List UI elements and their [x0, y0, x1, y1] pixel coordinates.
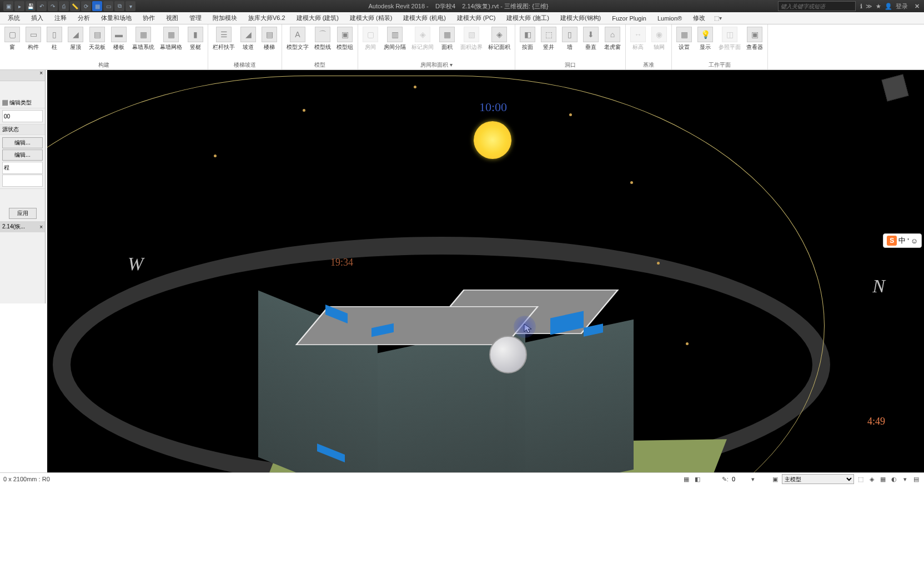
tab-view[interactable]: 视图: [160, 12, 184, 24]
info-icon[interactable]: ℹ: [860, 3, 862, 10]
sun-icon[interactable]: [474, 121, 511, 159]
sb-icon-3[interactable]: ▦: [878, 475, 887, 484]
qat-thin-lines-icon[interactable]: ▦: [92, 1, 102, 11]
qat-save-icon[interactable]: 💾: [26, 1, 36, 11]
tab-family[interactable]: 族库大师V6.2: [243, 12, 291, 24]
title-bar: ▣ ▸ 💾 ↶ ↷ ⎙ 📏 ⟳ ▦ ▭ ⧉ ▾ Autodesk Revit 2…: [0, 0, 924, 12]
apply-button[interactable]: 应用: [9, 208, 37, 219]
btn-set[interactable]: ▦设置: [674, 26, 694, 61]
btn-wall-open[interactable]: ▯墙: [560, 26, 580, 61]
btn-model-line[interactable]: ⌒模型线: [312, 26, 333, 61]
ime-punct[interactable]: ': [907, 237, 908, 245]
ime-emoji-icon[interactable]: ☺: [911, 237, 918, 245]
tab-steel-master[interactable]: 建模大师(钢构): [555, 12, 606, 24]
tab-modify[interactable]: 修改: [687, 12, 711, 24]
sb-icon-6[interactable]: ▤: [912, 475, 921, 484]
btn-room-sep[interactable]: ▥房间分隔: [381, 26, 408, 61]
btn-dormer[interactable]: ⌂老虎窗: [602, 26, 623, 61]
tab-massing[interactable]: 体量和场地: [96, 12, 137, 24]
qat-open-icon[interactable]: ▸: [14, 1, 24, 11]
qat-print-icon[interactable]: ⎙: [59, 1, 69, 11]
btn-level: ↔标高: [628, 26, 648, 61]
view-cube[interactable]: [884, 77, 917, 110]
comm-icon[interactable]: ≫: [866, 3, 872, 10]
tab-fuzor[interactable]: Fuzor Plugin: [606, 12, 652, 24]
tab-addins[interactable]: 附加模块: [207, 12, 243, 24]
prop-value-row[interactable]: 00: [2, 110, 43, 122]
btn-tag-area[interactable]: ◈标记面积: [486, 26, 513, 61]
ime-lang[interactable]: 中: [898, 236, 906, 246]
sb-icon-4[interactable]: ◐: [890, 475, 898, 484]
btn-window[interactable]: ▢窗: [2, 26, 22, 61]
tab-insert[interactable]: 插入: [26, 12, 49, 24]
panel-tab-close-icon[interactable]: ×: [39, 224, 43, 230]
btn-viewer[interactable]: ▣查看器: [744, 26, 765, 61]
panel-doc-tab[interactable]: 2.14(恢... ×: [0, 221, 45, 232]
btn-model-group[interactable]: ▣模型组: [334, 26, 355, 61]
building-model[interactable]: [250, 187, 639, 472]
3d-viewport[interactable]: 10:00 W N 19:34 4:49: [47, 70, 924, 472]
login-button[interactable]: 登录: [896, 2, 908, 11]
main-model-select[interactable]: 主模型: [782, 474, 854, 484]
viewport-scene: 10:00 W N 19:34 4:49: [47, 70, 924, 472]
btn-curtain-sys[interactable]: ▦幕墙系统: [130, 26, 157, 61]
star-icon[interactable]: ★: [876, 3, 881, 10]
tab-annotate[interactable]: 注释: [49, 12, 72, 24]
qat-dropdown-icon[interactable]: ▾: [125, 1, 135, 11]
panel-close-btn[interactable]: ×: [0, 70, 45, 81]
qat-switch-icon[interactable]: ⧉: [114, 1, 124, 11]
ribbon-group-room: ▢房间 ▥房间分隔 ◈标记房间 ▦面积 ▧面积边界 ◈标记面积 房间和面积 ▾: [358, 24, 515, 69]
btn-by-face[interactable]: ◧按面: [518, 26, 538, 61]
btn-component[interactable]: ▭构件: [23, 26, 43, 61]
btn-show[interactable]: 💡显示: [695, 26, 715, 61]
btn-curtain-grid[interactable]: ▦幕墙网格: [158, 26, 184, 61]
sb-icon-1[interactable]: ⬚: [856, 475, 865, 484]
btn-floor[interactable]: ▬楼板: [109, 26, 129, 61]
design-option-icon[interactable]: ◧: [693, 475, 702, 484]
tab-mep-master[interactable]: 建模大师 (机电): [398, 12, 451, 24]
edit-btn-1[interactable]: 编辑...: [2, 137, 43, 148]
tab-analyze[interactable]: 分析: [72, 12, 96, 24]
ime-badge[interactable]: S 中 ' ☺: [883, 233, 922, 248]
qat-close-hidden-icon[interactable]: ▭: [103, 1, 113, 11]
edit-type-btn[interactable]: 编辑类型: [9, 99, 32, 106]
search-input[interactable]: [778, 1, 856, 11]
tab-manage[interactable]: 管理: [184, 12, 207, 24]
tab-const-master[interactable]: 建模大师 (施工): [501, 12, 554, 24]
tab-overflow-icon[interactable]: ⬚▾: [714, 15, 722, 21]
qat-home-icon[interactable]: ▣: [3, 1, 13, 11]
tab-system[interactable]: 系统: [2, 12, 26, 24]
path-dot: [214, 155, 217, 157]
btn-shaft[interactable]: ⬚竖井: [539, 26, 559, 61]
app-name: Autodesk Revit 2018 -: [368, 3, 428, 9]
tab-arch-master[interactable]: 建模大师 (建筑): [291, 12, 344, 24]
empty-row[interactable]: [2, 175, 43, 187]
tab-deco-master[interactable]: 建模大师 (精装): [344, 12, 398, 24]
sb-icon-5[interactable]: ▾: [901, 475, 910, 484]
workset-icon[interactable]: ▦: [682, 475, 691, 484]
tab-lumion[interactable]: Lumion®: [652, 12, 687, 24]
qat-sync-icon[interactable]: ⟳: [81, 1, 91, 11]
qat-measure-icon[interactable]: 📏: [70, 1, 80, 11]
app-x-icon[interactable]: ✕: [915, 3, 920, 10]
btn-mullion[interactable]: ▮竖梃: [185, 26, 205, 61]
edit-btn-2[interactable]: 编辑...: [2, 150, 43, 161]
btn-railing[interactable]: ☰栏杆扶手: [210, 26, 237, 61]
qat-redo-icon[interactable]: ↷: [48, 1, 58, 11]
btn-model-text[interactable]: A模型文字: [284, 26, 311, 61]
tab-pc-master[interactable]: 建模大师 (PC): [451, 12, 501, 24]
filter-icon[interactable]: ▾: [749, 475, 757, 484]
btn-ceiling[interactable]: ▤天花板: [87, 26, 108, 61]
selection-count: 0: [732, 476, 735, 482]
user-icon[interactable]: 👤: [885, 3, 892, 10]
btn-stair[interactable]: ▤楼梯: [259, 26, 279, 61]
btn-roof[interactable]: ◢屋顶: [66, 26, 86, 61]
btn-area[interactable]: ▦面积: [437, 26, 457, 61]
model-icon[interactable]: ▣: [771, 475, 780, 484]
tab-collab[interactable]: 协作: [137, 12, 160, 24]
qat-undo-icon[interactable]: ↶: [37, 1, 47, 11]
btn-ramp[interactable]: ◢坡道: [238, 26, 258, 61]
btn-column[interactable]: ▯柱: [44, 26, 64, 61]
sb-icon-2[interactable]: ◈: [867, 475, 876, 484]
btn-vertical[interactable]: ⬇垂直: [581, 26, 601, 61]
